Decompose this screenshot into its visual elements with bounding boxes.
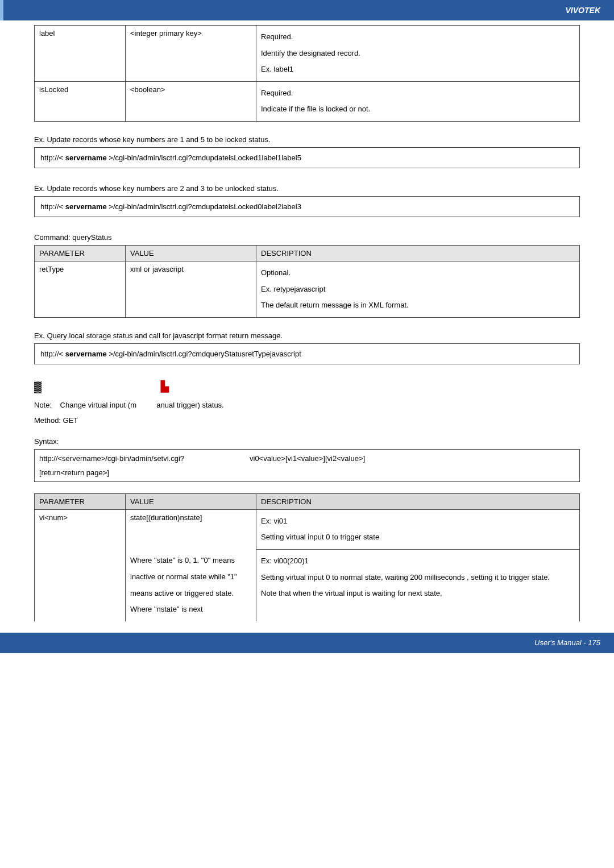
cell-desc-bottom-text: Ex: vi00(200)1 Setting virtual input 0 t… — [261, 553, 575, 602]
section-decorative-glyphs: ▓ ▙ — [34, 380, 580, 393]
footer-bar: User's Manual - 175 — [0, 633, 614, 653]
cell-value: <boolean> — [126, 81, 256, 121]
example-3-caption: Ex. Query local storage status and call … — [34, 331, 580, 340]
note-prefix: Note: — [34, 401, 52, 409]
example-3-code: http://< servername >/cgi-bin/admin/lsct… — [34, 343, 580, 364]
cell-desc: Optional. Ex. retypejavascript The defau… — [256, 261, 580, 317]
syntax-left: http://<servername>/cgi-bin/admin/setvi.… — [39, 454, 250, 463]
code-prefix: http://< — [40, 350, 65, 358]
col-value: VALUE — [126, 245, 256, 261]
cell-value: xml or javascript — [126, 261, 256, 317]
cell-param: isLocked — [35, 81, 126, 121]
syntax-right: vi0<value>[vi1<value>][vi2<value>] — [250, 454, 365, 463]
example-2-code: http://< servername >/cgi-bin/admin/lsct… — [34, 196, 580, 217]
code-servername: servername — [65, 350, 107, 358]
syntax-box: http://<servername>/cgi-bin/admin/setvi.… — [34, 449, 580, 482]
cell-desc: Required. Identify the designated record… — [256, 26, 580, 82]
table-row: isLocked <boolean> Required. Indicate if… — [35, 81, 580, 121]
cell-desc-top: Ex: vi01 Setting virtual input 0 to trig… — [256, 509, 580, 549]
code-prefix: http://< — [40, 153, 65, 162]
code-suffix: >/cgi-bin/admin/lsctrl.cgi?cmdupdateisLo… — [107, 202, 301, 211]
example-1-code: http://< servername >/cgi-bin/admin/lsct… — [34, 147, 580, 168]
table-header-row: PARAMETER VALUE DESCRIPTION — [35, 493, 580, 509]
col-description: DESCRIPTION — [256, 493, 580, 509]
header-bar: VIVOTEK — [0, 0, 614, 20]
command-querystatus-label: Command: queryStatus — [34, 233, 580, 242]
cell-value-top: state[(duration)nstate] — [126, 509, 256, 549]
code-suffix: >/cgi-bin/admin/lsctrl.cgi?cmdqueryStatu… — [107, 350, 301, 358]
example-2-caption: Ex. Update records whose key numbers are… — [34, 184, 580, 193]
col-description: DESCRIPTION — [256, 245, 580, 261]
code-prefix: http://< — [40, 202, 65, 211]
code-suffix: >/cgi-bin/admin/lsctrl.cgi?cmdupdateisLo… — [107, 153, 301, 162]
code-servername: servername — [65, 153, 107, 162]
cell-desc-text: Required. Identify the designated record… — [261, 29, 575, 78]
col-parameter: PARAMETER — [35, 245, 126, 261]
note-line: Note: Change virtual input (m anual trig… — [34, 401, 580, 409]
table-row: label <integer primary key> Required. Id… — [35, 26, 580, 82]
cell-param: retType — [35, 261, 126, 317]
cell-value: <integer primary key> — [126, 26, 256, 82]
footer-text: User's Manual - 175 — [534, 638, 600, 647]
example-1-caption: Ex. Update records whose key numbers are… — [34, 135, 580, 144]
table-querystatus: PARAMETER VALUE DESCRIPTION retType xml … — [34, 245, 580, 318]
note-body-part2: anual trigger) status. — [156, 401, 224, 409]
cell-param: vi<num> — [35, 509, 126, 621]
table-row: retType xml or javascript Optional. Ex. … — [35, 261, 580, 317]
brand-label: VIVOTEK — [566, 6, 600, 15]
cell-desc-text: Optional. Ex. retypejavascript The defau… — [261, 265, 575, 314]
glyph-icon: ▙ — [161, 380, 169, 393]
col-value: VALUE — [126, 493, 256, 509]
syntax-line2: [return<return page>] — [39, 468, 575, 477]
cell-desc-top-text: Ex: vi01 Setting virtual input 0 to trig… — [261, 513, 575, 546]
table-row: vi<num> state[(duration)nstate] Ex: vi01… — [35, 509, 580, 549]
cell-value-rest: Where "state" is 0, 1. "0" means inactiv… — [126, 549, 256, 621]
table-vi-num: PARAMETER VALUE DESCRIPTION vi<num> stat… — [34, 493, 580, 621]
table-label-islocked: label <integer primary key> Required. Id… — [34, 25, 580, 122]
syntax-label: Syntax: — [34, 437, 580, 446]
method-line: Method: GET — [34, 416, 580, 425]
cell-desc-text: Required. Indicate if the file is locked… — [261, 85, 575, 118]
cell-param: label — [35, 26, 126, 82]
note-body-part1: Change virtual input (m — [60, 401, 136, 409]
glyph-icon: ▓ — [34, 381, 42, 393]
cell-value-rest-text: Where "state" is 0, 1. "0" means inactiv… — [130, 553, 251, 617]
cell-desc: Required. Indicate if the file is locked… — [256, 81, 580, 121]
code-servername: servername — [65, 202, 107, 211]
cell-desc-bottom: Ex: vi00(200)1 Setting virtual input 0 t… — [256, 549, 580, 621]
col-parameter: PARAMETER — [35, 493, 126, 509]
page-content: label <integer primary key> Required. Id… — [0, 20, 614, 621]
table-header-row: PARAMETER VALUE DESCRIPTION — [35, 245, 580, 261]
